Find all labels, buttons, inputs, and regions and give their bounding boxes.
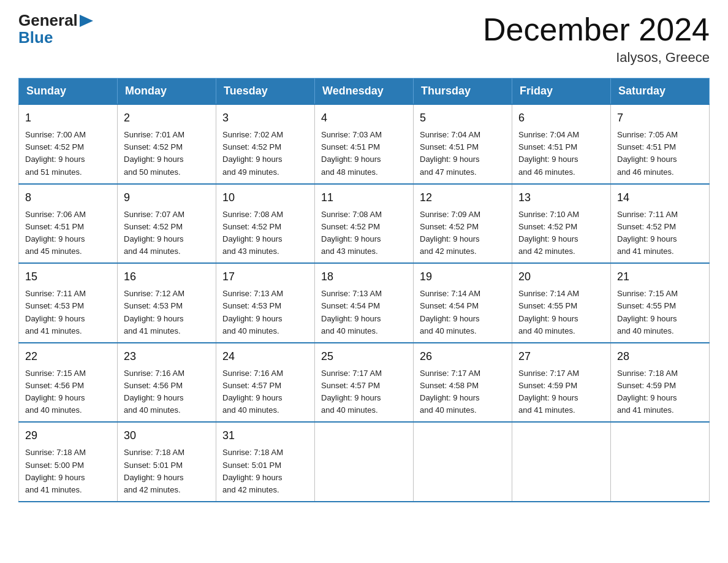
day-info: Sunrise: 7:12 AMSunset: 4:53 PMDaylight:… [124, 289, 184, 335]
week-row-5: 29Sunrise: 7:18 AMSunset: 5:00 PMDayligh… [19, 422, 710, 502]
day-cell: 14Sunrise: 7:11 AMSunset: 4:52 PMDayligh… [611, 184, 710, 264]
day-info: Sunrise: 7:15 AMSunset: 4:55 PMDaylight:… [617, 289, 678, 335]
day-cell [315, 422, 414, 502]
day-number: 12 [420, 190, 506, 206]
day-number: 23 [124, 348, 210, 365]
day-info: Sunrise: 7:01 AMSunset: 4:52 PMDaylight:… [124, 130, 184, 176]
day-number: 22 [25, 348, 111, 365]
day-cell: 25Sunrise: 7:17 AMSunset: 4:57 PMDayligh… [315, 343, 414, 423]
day-number: 16 [124, 269, 210, 285]
logo-general-text: General [18, 12, 78, 28]
day-info: Sunrise: 7:02 AMSunset: 4:52 PMDaylight:… [222, 130, 283, 176]
day-number: 25 [321, 348, 407, 365]
day-cell: 12Sunrise: 7:09 AMSunset: 4:52 PMDayligh… [414, 184, 512, 264]
day-cell: 31Sunrise: 7:18 AMSunset: 5:01 PMDayligh… [216, 422, 315, 502]
day-info: Sunrise: 7:17 AMSunset: 4:58 PMDaylight:… [420, 369, 480, 415]
day-cell: 5Sunrise: 7:04 AMSunset: 4:51 PMDaylight… [414, 104, 512, 184]
week-row-1: 1Sunrise: 7:00 AMSunset: 4:52 PMDaylight… [19, 104, 710, 184]
day-cell: 11Sunrise: 7:08 AMSunset: 4:52 PMDayligh… [315, 184, 414, 264]
day-info: Sunrise: 7:09 AMSunset: 4:52 PMDaylight:… [420, 210, 480, 256]
day-cell: 8Sunrise: 7:06 AMSunset: 4:51 PMDaylight… [19, 184, 118, 264]
day-cell: 19Sunrise: 7:14 AMSunset: 4:54 PMDayligh… [414, 263, 512, 343]
logo-blue-text: Blue [18, 29, 53, 45]
day-number: 18 [321, 269, 407, 285]
day-number: 28 [617, 348, 703, 365]
day-number: 17 [222, 269, 308, 285]
col-header-tuesday: Tuesday [216, 79, 315, 105]
title-area: December 2024 Ialysos, Greece [483, 12, 710, 66]
day-cell: 22Sunrise: 7:15 AMSunset: 4:56 PMDayligh… [19, 343, 118, 423]
day-info: Sunrise: 7:15 AMSunset: 4:56 PMDaylight:… [25, 369, 86, 415]
day-number: 13 [518, 190, 604, 206]
day-info: Sunrise: 7:08 AMSunset: 4:52 PMDaylight:… [321, 210, 382, 256]
week-row-2: 8Sunrise: 7:06 AMSunset: 4:51 PMDaylight… [19, 184, 710, 264]
day-number: 20 [518, 269, 604, 285]
col-header-sunday: Sunday [19, 79, 118, 105]
day-cell: 3Sunrise: 7:02 AMSunset: 4:52 PMDaylight… [216, 104, 315, 184]
day-info: Sunrise: 7:14 AMSunset: 4:54 PMDaylight:… [420, 289, 480, 335]
week-row-4: 22Sunrise: 7:15 AMSunset: 4:56 PMDayligh… [19, 343, 710, 423]
day-info: Sunrise: 7:18 AMSunset: 5:00 PMDaylight:… [25, 448, 86, 494]
col-header-friday: Friday [512, 79, 611, 105]
day-info: Sunrise: 7:04 AMSunset: 4:51 PMDaylight:… [420, 130, 480, 176]
day-number: 10 [222, 190, 308, 206]
day-cell: 23Sunrise: 7:16 AMSunset: 4:56 PMDayligh… [118, 343, 216, 423]
day-cell: 15Sunrise: 7:11 AMSunset: 4:53 PMDayligh… [19, 263, 118, 343]
day-info: Sunrise: 7:05 AMSunset: 4:51 PMDaylight:… [617, 130, 678, 176]
day-cell: 17Sunrise: 7:13 AMSunset: 4:53 PMDayligh… [216, 263, 315, 343]
day-cell: 7Sunrise: 7:05 AMSunset: 4:51 PMDaylight… [611, 104, 710, 184]
day-cell: 1Sunrise: 7:00 AMSunset: 4:52 PMDaylight… [19, 104, 118, 184]
logo-triangle-icon [80, 15, 93, 27]
day-info: Sunrise: 7:07 AMSunset: 4:52 PMDaylight:… [124, 210, 184, 256]
day-number: 2 [124, 110, 210, 126]
col-header-saturday: Saturday [611, 79, 710, 105]
day-cell: 9Sunrise: 7:07 AMSunset: 4:52 PMDaylight… [118, 184, 216, 264]
day-number: 24 [222, 348, 308, 365]
col-header-wednesday: Wednesday [315, 79, 414, 105]
day-info: Sunrise: 7:06 AMSunset: 4:51 PMDaylight:… [25, 210, 86, 256]
day-number: 1 [25, 110, 111, 126]
day-cell: 4Sunrise: 7:03 AMSunset: 4:51 PMDaylight… [315, 104, 414, 184]
day-number: 8 [25, 190, 111, 206]
col-header-thursday: Thursday [414, 79, 512, 105]
svg-marker-0 [80, 15, 93, 27]
day-number: 26 [420, 348, 506, 365]
day-info: Sunrise: 7:03 AMSunset: 4:51 PMDaylight:… [321, 130, 382, 176]
day-cell: 18Sunrise: 7:13 AMSunset: 4:54 PMDayligh… [315, 263, 414, 343]
day-number: 3 [222, 110, 308, 126]
month-year-title: December 2024 [483, 12, 710, 47]
day-number: 31 [222, 427, 308, 444]
day-info: Sunrise: 7:00 AMSunset: 4:52 PMDaylight:… [25, 130, 86, 176]
day-cell [414, 422, 512, 502]
day-cell: 27Sunrise: 7:17 AMSunset: 4:59 PMDayligh… [512, 343, 611, 423]
day-cell: 21Sunrise: 7:15 AMSunset: 4:55 PMDayligh… [611, 263, 710, 343]
week-row-3: 15Sunrise: 7:11 AMSunset: 4:53 PMDayligh… [19, 263, 710, 343]
day-info: Sunrise: 7:14 AMSunset: 4:55 PMDaylight:… [518, 289, 579, 335]
location-label: Ialysos, Greece [483, 50, 710, 66]
calendar-table: SundayMondayTuesdayWednesdayThursdayFrid… [18, 78, 710, 502]
day-cell: 26Sunrise: 7:17 AMSunset: 4:58 PMDayligh… [414, 343, 512, 423]
day-number: 9 [124, 190, 210, 206]
day-info: Sunrise: 7:17 AMSunset: 4:57 PMDaylight:… [321, 369, 382, 415]
page-header: General Blue December 2024 Ialysos, Gree… [18, 12, 710, 66]
day-info: Sunrise: 7:16 AMSunset: 4:56 PMDaylight:… [124, 369, 184, 415]
col-header-monday: Monday [118, 79, 216, 105]
day-info: Sunrise: 7:08 AMSunset: 4:52 PMDaylight:… [222, 210, 283, 256]
day-number: 30 [124, 427, 210, 444]
day-number: 19 [420, 269, 506, 285]
day-number: 5 [420, 110, 506, 126]
day-cell [512, 422, 611, 502]
day-cell: 6Sunrise: 7:04 AMSunset: 4:51 PMDaylight… [512, 104, 611, 184]
day-number: 21 [617, 269, 703, 285]
day-info: Sunrise: 7:16 AMSunset: 4:57 PMDaylight:… [222, 369, 283, 415]
logo: General Blue [18, 12, 93, 45]
day-number: 14 [617, 190, 703, 206]
day-number: 15 [25, 269, 111, 285]
day-number: 27 [518, 348, 604, 365]
day-number: 29 [25, 427, 111, 444]
day-cell: 28Sunrise: 7:18 AMSunset: 4:59 PMDayligh… [611, 343, 710, 423]
day-info: Sunrise: 7:18 AMSunset: 5:01 PMDaylight:… [124, 448, 184, 494]
day-number: 6 [518, 110, 604, 126]
day-number: 11 [321, 190, 407, 206]
day-cell: 16Sunrise: 7:12 AMSunset: 4:53 PMDayligh… [118, 263, 216, 343]
